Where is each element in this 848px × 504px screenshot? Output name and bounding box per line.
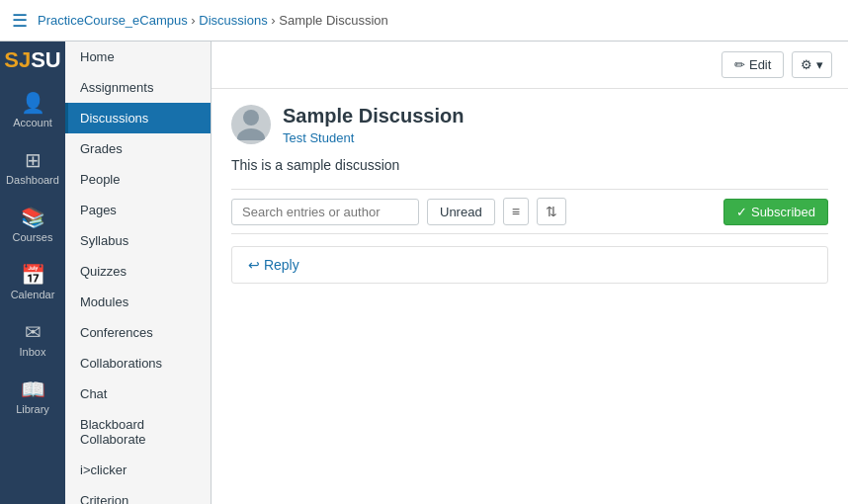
course-nav-item: Grades: [65, 133, 211, 164]
nav-item-inbox[interactable]: ✉ Inbox: [0, 310, 65, 368]
course-nav-item: Conferences: [65, 317, 211, 348]
avatar-icon: [233, 105, 269, 144]
filter-row: Unread ≡ ⇅ ✓ Subscribed: [231, 189, 828, 234]
course-nav-item: i>clicker: [65, 455, 211, 485]
calendar-icon: 📅: [21, 263, 45, 287]
course-nav-link-assignments[interactable]: Assignments: [65, 72, 211, 103]
main-content: ✏ Edit ⚙ ▾ Sample Discussion Test Studen…: [212, 42, 848, 504]
course-nav-item: Collaborations: [65, 348, 211, 378]
course-nav-item: Home: [65, 42, 211, 72]
course-nav-link-i>clicker[interactable]: i>clicker: [65, 455, 211, 485]
course-nav-item: Modules: [65, 287, 211, 317]
course-nav-link-grades[interactable]: Grades: [65, 133, 211, 164]
course-nav-link-collaborations[interactable]: Collaborations: [65, 348, 211, 378]
search-input[interactable]: [231, 199, 419, 225]
nav-item-courses[interactable]: 📚 Courses: [0, 196, 65, 253]
subscribed-button[interactable]: ✓ Subscribed: [723, 199, 828, 225]
unread-button[interactable]: Unread: [427, 199, 495, 225]
nav-label-courses: Courses: [13, 231, 53, 243]
inbox-icon: ✉: [25, 320, 42, 344]
course-nav-item: Blackboard Collaborate: [65, 409, 211, 455]
breadcrumb: PracticeCourse_eCampus › Discussions › S…: [38, 13, 388, 28]
course-nav-link-discussions[interactable]: Discussions: [65, 103, 211, 133]
discussion-title: Sample Discussion: [283, 105, 464, 127]
course-nav-item: Quizzes: [65, 256, 211, 287]
course-nav-link-people[interactable]: People: [65, 164, 211, 195]
breadcrumb-current: Sample Discussion: [279, 13, 388, 28]
course-nav-link-quizzes[interactable]: Quizzes: [65, 256, 211, 287]
courses-icon: 📚: [21, 206, 45, 229]
breadcrumb-course[interactable]: PracticeCourse_eCampus: [38, 13, 188, 28]
course-nav-link-conferences[interactable]: Conferences: [65, 317, 211, 348]
nav-label-account: Account: [13, 117, 52, 128]
nav-label-inbox: Inbox: [20, 346, 46, 358]
sort-button[interactable]: ≡: [503, 198, 529, 225]
course-nav-link-modules[interactable]: Modules: [65, 287, 211, 317]
reply-button[interactable]: ↩ Reply: [232, 247, 315, 283]
course-nav-item: People: [65, 164, 211, 195]
logo: SJSU: [4, 49, 60, 71]
hamburger-icon[interactable]: ☰: [12, 10, 28, 32]
library-icon: 📖: [21, 378, 45, 401]
course-nav-item: Pages: [65, 195, 211, 225]
global-nav: SJSU 👤 Account ⊞ Dashboard 📚 Courses 📅 C…: [0, 42, 65, 504]
nav-item-library[interactable]: 📖 Library: [0, 368, 65, 425]
author-link[interactable]: Test Student: [283, 130, 354, 145]
nav-item-dashboard[interactable]: ⊞ Dashboard: [0, 138, 65, 196]
discussion-body: Sample Discussion Test Student This is a…: [212, 89, 848, 299]
edit-button[interactable]: ✏ Edit: [721, 51, 784, 78]
course-nav-link-chat[interactable]: Chat: [65, 378, 211, 409]
course-nav-item: Chat: [65, 378, 211, 409]
discussion-text: This is a sample discussion: [231, 157, 828, 173]
course-nav-item: Criterion: [65, 485, 211, 504]
gear-button[interactable]: ⚙ ▾: [792, 51, 832, 78]
account-icon: 👤: [21, 91, 45, 115]
nav-item-account[interactable]: 👤 Account: [0, 81, 65, 138]
course-nav-item: Assignments: [65, 72, 211, 103]
course-nav: HomeAssignmentsDiscussionsGradesPeoplePa…: [65, 42, 212, 504]
reply-section: ↩ Reply: [231, 246, 828, 284]
discussion-title-row: Sample Discussion Test Student: [231, 105, 828, 145]
filter-button[interactable]: ⇅: [537, 198, 566, 225]
avatar: [231, 105, 271, 144]
nav-label-dashboard: Dashboard: [6, 174, 59, 186]
course-nav-link-pages[interactable]: Pages: [65, 195, 211, 225]
course-nav-link-home[interactable]: Home: [65, 42, 211, 72]
course-nav-link-syllabus[interactable]: Syllabus: [65, 225, 211, 256]
nav-item-calendar[interactable]: 📅 Calendar: [0, 253, 65, 310]
course-nav-item: Discussions: [65, 103, 211, 133]
course-nav-item: Syllabus: [65, 225, 211, 256]
nav-label-library: Library: [16, 403, 49, 415]
layout: SJSU 👤 Account ⊞ Dashboard 📚 Courses 📅 C…: [0, 42, 848, 504]
discussion-header-bar: ✏ Edit ⚙ ▾: [212, 42, 848, 89]
course-nav-link-criterion[interactable]: Criterion: [65, 485, 211, 504]
course-nav-link-blackboard-collaborate[interactable]: Blackboard Collaborate: [65, 409, 211, 455]
svg-point-0: [243, 110, 259, 126]
nav-label-calendar: Calendar: [11, 289, 55, 300]
course-nav-list: HomeAssignmentsDiscussionsGradesPeoplePa…: [65, 42, 211, 504]
discussion-title-text: Sample Discussion Test Student: [283, 105, 464, 145]
breadcrumb-section[interactable]: Discussions: [199, 13, 267, 28]
dashboard-icon: ⊞: [25, 148, 42, 172]
top-bar: ☰ PracticeCourse_eCampus › Discussions ›…: [0, 0, 848, 42]
svg-point-1: [237, 128, 265, 140]
